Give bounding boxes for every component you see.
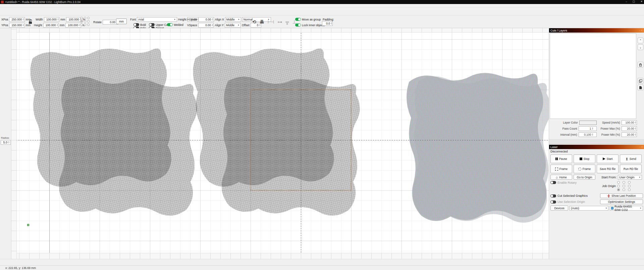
layer-down-button[interactable]: ⌄ <box>638 44 643 50</box>
maximize-button[interactable]: ▢ <box>633 0 635 3</box>
layer-delete-button[interactable] <box>638 62 643 68</box>
frame-square-icon <box>555 168 558 171</box>
goto-origin-button[interactable]: Go to Origin <box>574 175 595 180</box>
layer-copy-button[interactable] <box>638 78 643 84</box>
cut-selected-toggle[interactable] <box>550 194 556 197</box>
pause-button[interactable]: Pause <box>550 154 572 163</box>
dist-top-icon[interactable]: ╦ <box>285 19 289 25</box>
use-selection-origin-toggle[interactable] <box>550 200 556 204</box>
panel-window-icons[interactable]: ▫ ✕ <box>639 29 643 32</box>
xpos-input[interactable]: 250.000▲▼ <box>9 17 24 22</box>
interval-input[interactable]: 0.100▲▼ <box>579 132 597 137</box>
welded-toggle[interactable] <box>167 23 173 26</box>
moire-pattern-left[interactable] <box>29 45 205 221</box>
alignx-dropdown[interactable]: Middle▼ <box>225 17 241 22</box>
xpos-label: XPos <box>1 18 8 21</box>
frame-rect-button[interactable]: Frame <box>550 165 572 173</box>
color-palette-bar <box>0 259 644 265</box>
power-max-input[interactable]: 20.00▲▼ <box>622 126 637 131</box>
aligny-label: Align Y <box>215 24 224 27</box>
copy-icon <box>639 79 642 83</box>
device-icon <box>611 207 613 210</box>
ruler-top <box>11 28 549 33</box>
stop-button[interactable]: Stop <box>574 154 595 163</box>
alignx-label: Align X <box>215 18 224 21</box>
job-origin-grid[interactable] <box>617 181 633 192</box>
home-button[interactable]: ⌂Home <box>550 175 572 180</box>
layer-color-swatch[interactable] <box>579 121 597 125</box>
dist-h-icon[interactable]: ⊦⊣ <box>268 19 274 25</box>
paste-icon <box>639 86 642 89</box>
use-selection-origin-label: Use Selection Origin <box>557 200 585 204</box>
hspace-label: HSpace <box>187 18 197 21</box>
moire-pattern-color[interactable] <box>405 65 549 226</box>
play-icon <box>603 158 605 160</box>
layer-up-button[interactable]: ⌃ <box>638 38 643 43</box>
enable-rotary-toggle[interactable] <box>550 181 556 184</box>
anchor-selector[interactable] <box>80 17 91 27</box>
rotate-label: Rotate <box>93 20 102 24</box>
laser-window-icons[interactable]: ▫ ✕ <box>640 146 643 148</box>
home-icon: ⌂ <box>556 175 558 179</box>
window-title: <untitled> * - Ruida 6445S 60W CO2 - Lig… <box>5 0 80 4</box>
status-bar: x: 222.65, y: 136.69 mm <box>0 265 644 270</box>
move-as-group-toggle[interactable] <box>295 18 301 21</box>
hspace-input[interactable]: 0.00▲▼ <box>198 17 214 22</box>
laser-status: Disconnected <box>549 149 644 154</box>
menu-bar <box>0 4 644 8</box>
layers-table <box>550 33 636 119</box>
aspect-lock-icon[interactable] <box>28 19 33 25</box>
frame-circle-icon <box>578 168 581 171</box>
height-pct-input[interactable]: 100.000▲▼ <box>65 23 81 28</box>
width-input[interactable]: 100.000▲▼ <box>44 17 59 22</box>
laser-position-marker <box>27 224 29 226</box>
devices-button[interactable]: Devices <box>550 206 568 211</box>
lightburn-window: <untitled> * - Ruida 6445S 60W CO2 - Lig… <box>0 0 644 270</box>
layer-color-label: Layer Color <box>556 121 578 124</box>
cuts-layers-titlebar[interactable]: Cuts / Layers ▫ ✕ <box>549 28 644 33</box>
start-from-dropdown[interactable]: User Origin▼ <box>618 175 642 180</box>
layer-paste-button[interactable] <box>638 85 643 90</box>
padding-input[interactable]: 0.0▲▼ <box>322 21 333 26</box>
width-pct-input[interactable]: 100.000▲▼ <box>66 17 82 22</box>
height-input[interactable]: 100.000▲▼ <box>43 23 59 28</box>
rotate-view-icon[interactable]: ⟲ <box>252 19 256 25</box>
width-unit: mm <box>60 18 65 21</box>
device-dropdown[interactable]: Ruida 6445S 60W CO2▼ <box>610 206 643 211</box>
job-origin-label: Job Origin <box>602 184 616 188</box>
close-button[interactable]: ✕ <box>640 0 643 3</box>
show-last-position-button[interactable]: Show Last Position <box>600 193 643 198</box>
speed-label: Speed (mm/s) <box>598 121 620 124</box>
cursor-coordinates: x: 222.65, y: 136.69 mm <box>5 266 36 270</box>
save-rd-button[interactable]: Save RD file <box>597 165 619 173</box>
lock-inner-objects-toggle[interactable] <box>295 24 301 27</box>
units-button[interactable]: mm <box>116 18 127 24</box>
aligny-dropdown[interactable]: Middle▼ <box>225 23 241 28</box>
vspace-input[interactable]: 0.00▲▼ <box>198 23 214 28</box>
laser-titlebar[interactable]: Laser ▫ ✕ <box>549 145 644 149</box>
print-icon[interactable]: 🖶 <box>260 19 264 25</box>
tool-palette: Radius: 5.0▲▼ <box>0 28 11 259</box>
minimize-button[interactable]: – <box>626 0 627 3</box>
frame-rubber-button[interactable]: Frame <box>574 165 595 173</box>
radius-input[interactable]: 5.0▲▼ <box>1 140 11 145</box>
ruler-bottom <box>11 253 549 259</box>
start-button[interactable]: Start <box>597 154 619 163</box>
enable-rotary-label: Enable Rotary <box>557 181 577 184</box>
font-dropdown[interactable]: Arial▼ <box>137 17 177 22</box>
title-bar: <untitled> * - Ruida 6445S 60W CO2 - Lig… <box>0 0 644 4</box>
ypos-input[interactable]: 150.000▲▼ <box>9 23 24 28</box>
power-min-input[interactable]: 20.00▲▼ <box>622 132 637 137</box>
width-label: Width <box>36 18 43 21</box>
optimization-settings-button[interactable]: Optimization Settings <box>600 199 643 204</box>
power-max-label: Power Max (%) <box>598 127 620 130</box>
dist-v-icon[interactable]: ⊶ <box>277 19 282 25</box>
interval-label: Interval (mm) <box>556 133 577 136</box>
send-button[interactable]: ↥Send <box>620 154 642 163</box>
pass-count-input[interactable]: 1▲▼ <box>579 126 597 131</box>
run-rd-button[interactable]: Run RD file <box>620 165 642 173</box>
speed-input[interactable]: 100.00▲▼ <box>622 120 637 125</box>
workspace-canvas[interactable] <box>11 28 549 259</box>
selection-frame[interactable] <box>251 90 351 190</box>
device-auto-dropdown[interactable]: (Auto)▼ <box>570 206 608 211</box>
